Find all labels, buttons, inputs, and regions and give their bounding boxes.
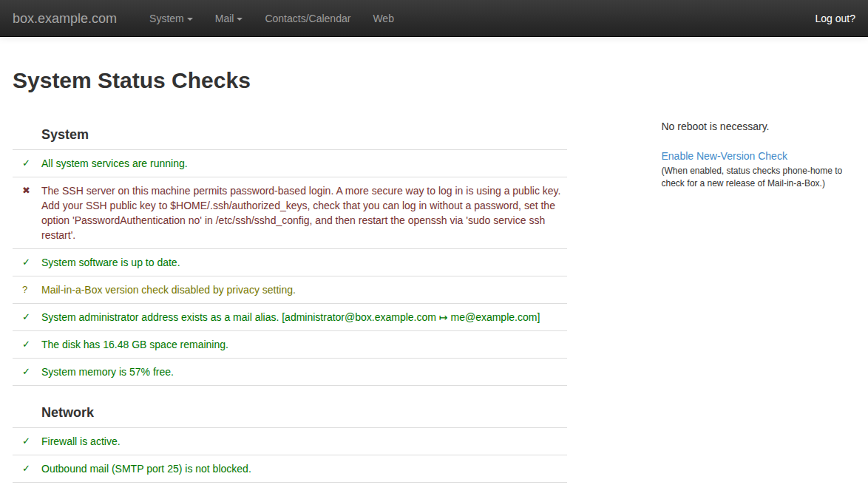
check-question-icon: ? (13, 276, 41, 304)
version-check-note: (When enabled, status checks phone-home … (661, 165, 855, 190)
status-checks-table: System ✓ All system services are running… (13, 108, 567, 483)
nav-item-label: Contacts/Calendar (265, 13, 350, 24)
status-text: The disk has 16.48 GB space remaining. (41, 331, 567, 359)
status-sidebar: No reboot is necessary. Enable New-Versi… (650, 108, 867, 190)
status-text: System memory is 57% free. (41, 359, 567, 386)
caret-down-icon (187, 18, 193, 21)
logout-link[interactable]: Log out? (804, 0, 856, 37)
status-text: Mail-in-a-Box version check disabled by … (41, 276, 567, 304)
enable-version-check-link[interactable]: Enable New-Version Check (661, 149, 787, 163)
check-ok-icon: ✓ (13, 150, 41, 177)
check-ok-icon: ✓ (13, 249, 41, 276)
status-text: System software is up to date. (41, 249, 567, 276)
nav-item-system[interactable]: System (138, 0, 204, 37)
navbar-brand[interactable]: box.example.com (13, 0, 128, 37)
navbar-menu: System Mail Contacts/Calendar Web (138, 0, 405, 37)
reboot-status-text: No reboot is necessary. (661, 119, 855, 134)
status-text: Firewall is active. (41, 428, 567, 455)
status-row: ✓ Outbound mail (SMTP port 25) is not bl… (13, 455, 567, 483)
status-row: ✖ The SSH server on this machine permits… (13, 177, 567, 249)
nav-item-label: Mail (215, 13, 234, 24)
page-container: System Status Checks System ✓ All system… (1, 68, 867, 483)
sidebar-panel: No reboot is necessary. Enable New-Versi… (661, 108, 855, 190)
nav-item-label: Web (373, 13, 394, 24)
check-error-icon: ✖ (13, 177, 41, 249)
status-row: ? Mail-in-a-Box version check disabled b… (13, 276, 567, 304)
check-ok-icon: ✓ (13, 304, 41, 331)
status-row: ✓ Firewall is active. (13, 428, 567, 455)
status-text: System administrator address exists as a… (41, 304, 567, 331)
section-heading-row: System (13, 108, 567, 150)
nav-item-web[interactable]: Web (362, 0, 405, 37)
page-title: System Status Checks (13, 68, 855, 93)
nav-item-contacts-calendar[interactable]: Contacts/Calendar (254, 0, 362, 37)
top-navbar: box.example.com System Mail Contacts/Cal… (0, 0, 868, 37)
status-row: ✓ System memory is 57% free. (13, 359, 567, 386)
status-row: ✓ System software is up to date. (13, 249, 567, 276)
caret-down-icon (237, 18, 243, 21)
status-row: ✓ System administrator address exists as… (13, 304, 567, 331)
status-row: ✓ The disk has 16.48 GB space remaining. (13, 331, 567, 359)
nav-item-label: System (149, 13, 184, 24)
check-ok-icon: ✓ (13, 428, 41, 455)
check-ok-icon: ✓ (13, 331, 41, 359)
section-heading-network: Network (41, 405, 567, 421)
section-heading-system: System (41, 127, 567, 143)
status-text: Outbound mail (SMTP port 25) is not bloc… (41, 455, 567, 483)
check-ok-icon: ✓ (13, 359, 41, 386)
check-ok-icon: ✓ (13, 455, 41, 483)
content-row: System ✓ All system services are running… (1, 108, 867, 483)
section-heading-row: Network (13, 386, 567, 428)
nav-item-mail[interactable]: Mail (204, 0, 254, 37)
status-row: ✓ All system services are running. (13, 150, 567, 177)
navbar-inner: box.example.com System Mail Contacts/Cal… (1, 0, 867, 37)
status-checks-column: System ✓ All system services are running… (1, 108, 578, 483)
status-text: The SSH server on this machine permits p… (41, 177, 567, 249)
status-text: All system services are running. (41, 150, 567, 177)
